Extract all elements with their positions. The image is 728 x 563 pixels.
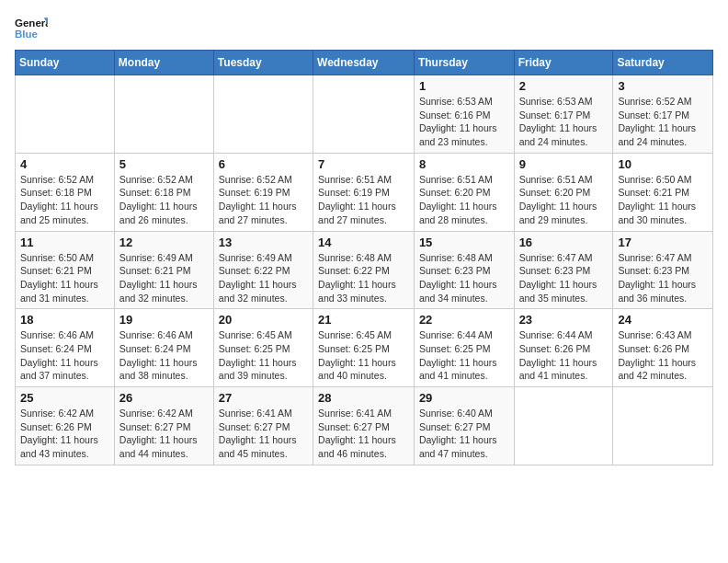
day-cell: 17Sunrise: 6:47 AM Sunset: 6:23 PM Dayli…	[613, 231, 713, 309]
day-number: 20	[219, 313, 308, 327]
svg-text:General: General	[15, 17, 48, 29]
day-number: 5	[119, 157, 209, 171]
day-number: 19	[119, 313, 209, 327]
day-cell: 27Sunrise: 6:41 AM Sunset: 6:27 PM Dayli…	[213, 387, 313, 465]
day-cell: 4Sunrise: 6:52 AM Sunset: 6:18 PM Daylig…	[16, 153, 115, 231]
day-cell: 23Sunrise: 6:44 AM Sunset: 6:26 PM Dayli…	[514, 309, 613, 387]
day-cell	[313, 75, 415, 154]
day-info: Sunrise: 6:45 AM Sunset: 6:25 PM Dayligh…	[318, 328, 409, 383]
day-number: 29	[419, 391, 509, 405]
day-number: 8	[419, 157, 509, 171]
week-row-4: 25Sunrise: 6:42 AM Sunset: 6:26 PM Dayli…	[16, 387, 713, 465]
day-info: Sunrise: 6:48 AM Sunset: 6:22 PM Dayligh…	[318, 251, 409, 305]
day-number: 6	[219, 157, 308, 171]
day-info: Sunrise: 6:52 AM Sunset: 6:19 PM Dayligh…	[219, 173, 308, 227]
week-row-0: 1Sunrise: 6:53 AM Sunset: 6:16 PM Daylig…	[16, 75, 713, 154]
day-cell: 29Sunrise: 6:40 AM Sunset: 6:27 PM Dayli…	[414, 387, 514, 465]
calendar-header-row: SundayMondayTuesdayWednesdayThursdayFrid…	[16, 51, 713, 75]
day-number: 11	[20, 236, 109, 249]
day-number: 9	[519, 157, 609, 171]
day-info: Sunrise: 6:44 AM Sunset: 6:26 PM Dayligh…	[519, 328, 609, 383]
week-row-3: 18Sunrise: 6:46 AM Sunset: 6:24 PM Dayli…	[16, 309, 713, 387]
day-number: 3	[618, 79, 708, 93]
day-info: Sunrise: 6:44 AM Sunset: 6:25 PM Dayligh…	[419, 328, 509, 383]
header: General Blue	[15, 15, 713, 40]
day-info: Sunrise: 6:51 AM Sunset: 6:20 PM Dayligh…	[519, 173, 609, 227]
col-header-thursday: Thursday	[414, 51, 514, 75]
day-cell	[514, 387, 613, 465]
day-number: 22	[419, 313, 509, 327]
day-cell: 19Sunrise: 6:46 AM Sunset: 6:24 PM Dayli…	[114, 309, 213, 387]
day-info: Sunrise: 6:50 AM Sunset: 6:21 PM Dayligh…	[20, 251, 109, 305]
day-cell: 6Sunrise: 6:52 AM Sunset: 6:19 PM Daylig…	[213, 153, 313, 231]
day-info: Sunrise: 6:49 AM Sunset: 6:21 PM Dayligh…	[119, 251, 209, 305]
week-row-2: 11Sunrise: 6:50 AM Sunset: 6:21 PM Dayli…	[16, 231, 713, 309]
day-cell: 20Sunrise: 6:45 AM Sunset: 6:25 PM Dayli…	[213, 309, 313, 387]
day-info: Sunrise: 6:41 AM Sunset: 6:27 PM Dayligh…	[318, 407, 409, 461]
day-number: 18	[20, 313, 109, 327]
day-cell	[16, 75, 115, 154]
day-number: 13	[219, 236, 308, 249]
day-number: 7	[318, 157, 409, 171]
day-info: Sunrise: 6:43 AM Sunset: 6:26 PM Dayligh…	[618, 328, 708, 383]
day-info: Sunrise: 6:49 AM Sunset: 6:22 PM Dayligh…	[219, 251, 308, 305]
day-number: 10	[618, 157, 708, 171]
day-info: Sunrise: 6:53 AM Sunset: 6:17 PM Dayligh…	[519, 95, 609, 149]
day-cell: 10Sunrise: 6:50 AM Sunset: 6:21 PM Dayli…	[613, 153, 713, 231]
day-cell: 8Sunrise: 6:51 AM Sunset: 6:20 PM Daylig…	[414, 153, 514, 231]
day-info: Sunrise: 6:47 AM Sunset: 6:23 PM Dayligh…	[519, 251, 609, 305]
day-cell: 26Sunrise: 6:42 AM Sunset: 6:27 PM Dayli…	[114, 387, 213, 465]
day-cell: 28Sunrise: 6:41 AM Sunset: 6:27 PM Dayli…	[313, 387, 415, 465]
day-cell: 25Sunrise: 6:42 AM Sunset: 6:26 PM Dayli…	[16, 387, 115, 465]
day-info: Sunrise: 6:45 AM Sunset: 6:25 PM Dayligh…	[219, 328, 308, 383]
day-info: Sunrise: 6:41 AM Sunset: 6:27 PM Dayligh…	[219, 407, 308, 461]
day-number: 23	[519, 313, 609, 327]
day-info: Sunrise: 6:52 AM Sunset: 6:18 PM Dayligh…	[20, 173, 109, 227]
day-number: 25	[20, 391, 109, 405]
day-cell: 22Sunrise: 6:44 AM Sunset: 6:25 PM Dayli…	[414, 309, 514, 387]
day-cell: 5Sunrise: 6:52 AM Sunset: 6:18 PM Daylig…	[114, 153, 213, 231]
day-cell: 9Sunrise: 6:51 AM Sunset: 6:20 PM Daylig…	[514, 153, 613, 231]
week-row-1: 4Sunrise: 6:52 AM Sunset: 6:18 PM Daylig…	[16, 153, 713, 231]
col-header-monday: Monday	[114, 51, 213, 75]
day-info: Sunrise: 6:51 AM Sunset: 6:19 PM Dayligh…	[318, 173, 409, 227]
day-number: 28	[318, 391, 409, 405]
day-number: 16	[519, 236, 609, 249]
day-info: Sunrise: 6:51 AM Sunset: 6:20 PM Dayligh…	[419, 173, 509, 227]
day-cell: 11Sunrise: 6:50 AM Sunset: 6:21 PM Dayli…	[16, 231, 115, 309]
day-info: Sunrise: 6:46 AM Sunset: 6:24 PM Dayligh…	[119, 328, 209, 383]
day-cell: 21Sunrise: 6:45 AM Sunset: 6:25 PM Dayli…	[313, 309, 415, 387]
col-header-tuesday: Tuesday	[213, 51, 313, 75]
col-header-saturday: Saturday	[613, 51, 713, 75]
day-info: Sunrise: 6:42 AM Sunset: 6:26 PM Dayligh…	[20, 407, 109, 461]
day-number: 15	[419, 236, 509, 249]
day-cell: 12Sunrise: 6:49 AM Sunset: 6:21 PM Dayli…	[114, 231, 213, 309]
day-number: 24	[618, 313, 708, 327]
day-cell	[213, 75, 313, 154]
day-info: Sunrise: 6:52 AM Sunset: 6:18 PM Dayligh…	[119, 173, 209, 227]
day-cell: 15Sunrise: 6:48 AM Sunset: 6:23 PM Dayli…	[414, 231, 514, 309]
day-number: 17	[618, 236, 708, 249]
day-number: 2	[519, 79, 609, 93]
day-cell: 16Sunrise: 6:47 AM Sunset: 6:23 PM Dayli…	[514, 231, 613, 309]
day-info: Sunrise: 6:50 AM Sunset: 6:21 PM Dayligh…	[618, 173, 708, 227]
day-cell	[613, 387, 713, 465]
day-cell: 18Sunrise: 6:46 AM Sunset: 6:24 PM Dayli…	[16, 309, 115, 387]
day-cell: 2Sunrise: 6:53 AM Sunset: 6:17 PM Daylig…	[514, 75, 613, 154]
svg-text:Blue: Blue	[15, 29, 39, 40]
day-cell: 1Sunrise: 6:53 AM Sunset: 6:16 PM Daylig…	[414, 75, 514, 154]
day-info: Sunrise: 6:46 AM Sunset: 6:24 PM Dayligh…	[20, 328, 109, 383]
col-header-friday: Friday	[514, 51, 613, 75]
day-cell: 3Sunrise: 6:52 AM Sunset: 6:17 PM Daylig…	[613, 75, 713, 154]
day-number: 26	[119, 391, 209, 405]
day-info: Sunrise: 6:42 AM Sunset: 6:27 PM Dayligh…	[119, 407, 209, 461]
day-info: Sunrise: 6:53 AM Sunset: 6:16 PM Dayligh…	[419, 95, 509, 149]
day-cell: 13Sunrise: 6:49 AM Sunset: 6:22 PM Dayli…	[213, 231, 313, 309]
day-number: 12	[119, 236, 209, 249]
col-header-wednesday: Wednesday	[313, 51, 415, 75]
day-number: 21	[318, 313, 409, 327]
day-number: 14	[318, 236, 409, 249]
day-info: Sunrise: 6:47 AM Sunset: 6:23 PM Dayligh…	[618, 251, 708, 305]
logo-svg: General Blue	[15, 15, 48, 40]
col-header-sunday: Sunday	[16, 51, 115, 75]
